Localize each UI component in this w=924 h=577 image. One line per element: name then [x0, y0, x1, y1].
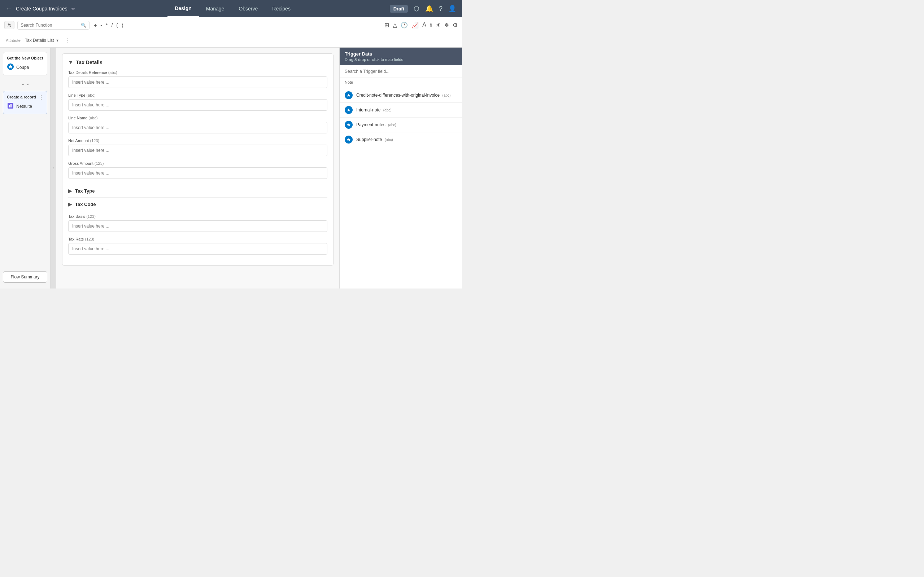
settings-cog-icon[interactable]: ⚙: [452, 22, 458, 29]
input-tax-basis[interactable]: [68, 220, 327, 232]
internal-note-icon: [345, 106, 353, 114]
right-panel-items: Credit-note-differences-with-original-in…: [340, 86, 462, 288]
field-line-type: Line Type (abc): [68, 93, 327, 111]
sun-icon[interactable]: ☀: [436, 22, 441, 29]
right-panel-item-supplier-note[interactable]: Supplier-note (abc): [340, 132, 462, 147]
credit-note-icon: [345, 91, 353, 99]
credit-note-item-content: Credit-note-differences-with-original-in…: [356, 93, 451, 98]
help-icon[interactable]: ?: [439, 5, 443, 13]
op-minus[interactable]: -: [100, 23, 102, 28]
sidebar-card-menu-icon[interactable]: ⋮: [38, 94, 44, 101]
section-header: ▼ Tax Details: [68, 60, 327, 65]
back-button[interactable]: ← Create Coupa Invoices ✏: [6, 5, 76, 13]
payment-notes-type: (abc): [388, 123, 396, 127]
tab-observe[interactable]: Observe: [231, 0, 265, 17]
attribute-bar: Attribute Tax Details List ▾ ⋮: [0, 33, 462, 48]
collapsible-tax-code-label: Tax Code: [75, 201, 96, 207]
supplier-note-type: (abc): [385, 138, 393, 142]
field-label-tax-details-reference: Tax Details Reference (abc): [68, 70, 327, 75]
section-chevron-icon[interactable]: ▼: [68, 60, 73, 65]
edit-icon[interactable]: ✏: [71, 6, 76, 11]
sidebar-card-2-app: Netsuite: [16, 104, 32, 109]
snowflake-icon[interactable]: ❄: [444, 22, 449, 29]
sidebar-card-2-item: Netsuite: [7, 102, 43, 110]
right-panel-search-input[interactable]: [345, 69, 457, 74]
right-panel-subtitle: Drag & drop or click to map fields: [345, 57, 457, 62]
collapse-icon: ‹: [53, 166, 54, 170]
internal-note-name: Internal-note: [356, 108, 380, 113]
sidebar-card-1-title: Get the New Object: [7, 56, 43, 60]
payment-notes-icon: [345, 121, 353, 129]
tab-manage[interactable]: Manage: [199, 0, 232, 17]
right-panel-header: Trigger Data Drag & drop or click to map…: [340, 48, 462, 65]
info-icon[interactable]: ℹ: [430, 22, 432, 29]
input-line-type[interactable]: [68, 99, 327, 111]
search-formula-icon: 🔍: [81, 23, 86, 28]
chevron-right-tax-type-icon: ▶: [68, 188, 72, 193]
tax-details-section: ▼ Tax Details Tax Details Reference (abc…: [62, 53, 333, 266]
input-net-amount[interactable]: [68, 145, 327, 156]
attribute-more-icon[interactable]: ⋮: [64, 37, 70, 44]
right-panel-item-credit-note[interactable]: Credit-note-differences-with-original-in…: [340, 88, 462, 103]
input-gross-amount[interactable]: [68, 167, 327, 179]
tab-recipes[interactable]: Recipes: [265, 0, 298, 17]
field-line-name: Line Name (abc): [68, 116, 327, 134]
right-panel-item-payment-notes[interactable]: Payment-notes (abc): [340, 118, 462, 132]
search-formula-container: 🔍: [17, 21, 89, 29]
grid-icon[interactable]: ⊞: [384, 22, 389, 29]
supplier-note-name: Supplier-note: [356, 137, 382, 142]
formula-operators: + - * / ( ): [94, 23, 123, 28]
sidebar-card-1-app: Coupa: [16, 65, 29, 70]
internal-note-type: (abc): [383, 108, 392, 112]
op-plus[interactable]: +: [94, 23, 97, 28]
field-label-net-amount: Net Amount (123): [68, 139, 327, 143]
top-nav-icons: ⬡ 🔔 ? 👤: [414, 5, 456, 13]
formula-bar: fx 🔍 + - * / ( ) ⊞ △ 🕐 📈 A ℹ ☀ ❄ ⚙: [0, 17, 462, 33]
collapsible-tax-type-label: Tax Type: [75, 188, 95, 193]
right-panel-section-label: Note: [340, 78, 462, 86]
field-label-line-type: Line Type (abc): [68, 93, 327, 97]
right-panel-title: Trigger Data: [345, 51, 457, 56]
text-format-icon[interactable]: A: [422, 22, 426, 29]
collapsible-tax-code[interactable]: ▶ Tax Code: [68, 197, 327, 211]
field-tax-details-reference: Tax Details Reference (abc): [68, 70, 327, 88]
op-divide[interactable]: /: [111, 23, 113, 28]
field-label-gross-amount: Gross Amount (123): [68, 161, 327, 166]
input-tax-details-reference[interactable]: [68, 76, 327, 88]
export-icon[interactable]: ⬡: [414, 5, 419, 13]
supplier-note-item-content: Supplier-note (abc): [356, 137, 393, 142]
chart-icon[interactable]: 📈: [412, 22, 419, 29]
coupa-icon: [7, 63, 14, 71]
credit-note-type: (abc): [443, 93, 451, 97]
expand-dots[interactable]: ⌄⌄: [3, 80, 47, 87]
input-line-name[interactable]: [68, 122, 327, 134]
main-layout: Get the New Object Coupa ⌄⌄ Create a rec…: [0, 48, 462, 288]
right-panel-search: [340, 65, 462, 78]
supplier-note-icon: [345, 135, 353, 143]
payment-notes-item-content: Payment-notes (abc): [356, 122, 396, 127]
tab-design[interactable]: Design: [168, 0, 199, 17]
collapse-handle[interactable]: ‹: [50, 48, 56, 288]
search-formula-input[interactable]: [21, 23, 79, 28]
sidebar-card-get-object[interactable]: Get the New Object Coupa: [3, 52, 47, 76]
back-arrow-icon: ←: [6, 5, 12, 13]
fx-button[interactable]: fx: [4, 21, 15, 29]
left-sidebar: Get the New Object Coupa ⌄⌄ Create a rec…: [0, 48, 50, 288]
input-tax-rate[interactable]: [68, 243, 327, 255]
collapsible-tax-type[interactable]: ▶ Tax Type: [68, 184, 327, 197]
internal-note-item-content: Internal-note (abc): [356, 108, 392, 113]
op-open-paren[interactable]: (: [116, 23, 118, 28]
bell-icon[interactable]: 🔔: [425, 5, 433, 13]
sidebar-card-create-record[interactable]: Create a record ⋮ Netsuite: [3, 91, 47, 114]
clock-icon[interactable]: 🕐: [401, 22, 408, 29]
right-panel-item-internal-note[interactable]: Internal-note (abc): [340, 103, 462, 118]
op-close-paren[interactable]: ): [122, 23, 123, 28]
attribute-select[interactable]: Tax Details List ▾: [25, 38, 58, 43]
svg-marker-3: [10, 104, 12, 108]
op-multiply[interactable]: *: [106, 23, 108, 28]
user-icon[interactable]: 👤: [448, 5, 456, 13]
field-label-line-name: Line Name (abc): [68, 116, 327, 120]
flow-summary-button[interactable]: Flow Summary: [3, 271, 47, 283]
triangle-icon[interactable]: △: [393, 22, 397, 29]
toolbar-icons: ⊞ △ 🕐 📈 A ℹ ☀ ❄ ⚙: [384, 22, 458, 29]
